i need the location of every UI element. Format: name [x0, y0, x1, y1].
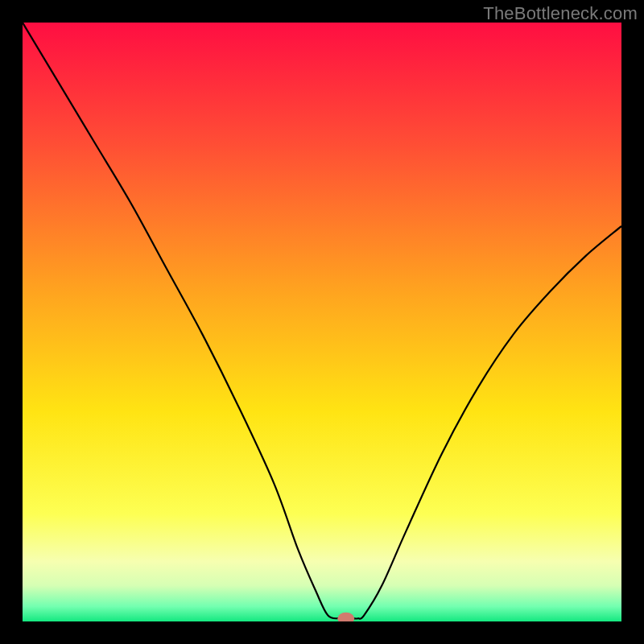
chart-frame: TheBottleneck.com	[0, 0, 644, 644]
plot-area	[23, 23, 621, 621]
gradient-background	[23, 23, 621, 621]
bottleneck-chart	[23, 23, 621, 621]
watermark-text: TheBottleneck.com	[483, 3, 638, 24]
